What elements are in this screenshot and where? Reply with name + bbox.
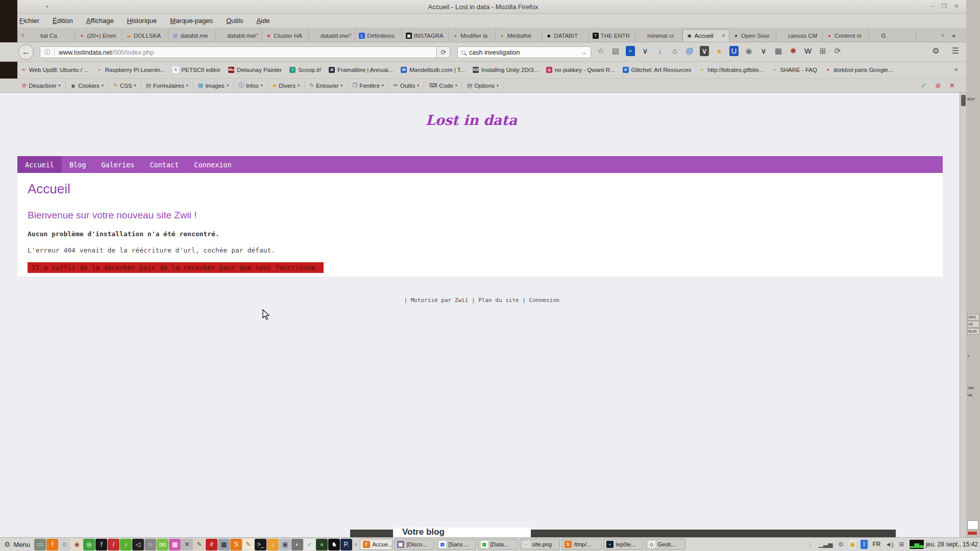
menu-item[interactable]: Aide	[256, 17, 270, 24]
tray-icon[interactable]: ◄)	[885, 540, 893, 549]
app-launcher-icon[interactable]: ◎	[83, 539, 95, 550]
app-launcher-icon[interactable]: ◐	[291, 539, 303, 550]
reload-button[interactable]: ⟳	[437, 46, 450, 58]
bookmark-item[interactable]: C PETSCII editor	[173, 67, 220, 73]
menu-item[interactable]: Affichage	[86, 17, 114, 24]
browser-tab[interactable]: ▣ INSTAGRA ×	[402, 29, 449, 42]
browser-tab[interactable]: ■ Cluster HA ×	[262, 29, 308, 42]
app-launcher-icon[interactable]: ▦	[218, 539, 230, 550]
tab-scroll-left-icon[interactable]: ‹	[18, 31, 28, 39]
bookmark-item[interactable]: ● http://bitrates.gifbite...	[699, 67, 764, 73]
url-bar[interactable]: ⓘ www.lostindata.net/000/index.php	[40, 46, 437, 58]
gear-icon[interactable]: ⚙	[932, 46, 939, 56]
taskbar-menu-button[interactable]: ⚙ Menu	[0, 540, 34, 548]
menu-item[interactable]: Marque-pages	[170, 17, 213, 24]
app-launcher-icon[interactable]: ●	[316, 539, 328, 550]
browser-tab[interactable]: ◆ DATABIT ×	[542, 29, 589, 42]
bookmarks-overflow-icon[interactable]: »	[954, 65, 958, 73]
devbar-menu-item[interactable]: ☻ Cookies ▾	[66, 81, 109, 90]
browser-tab[interactable]: G ×	[869, 29, 916, 42]
browser-tab[interactable]: tial Ca ×	[29, 29, 75, 42]
devbar-close-icon[interactable]: ✕	[949, 82, 955, 89]
site-nav-item[interactable]: Contact	[142, 156, 186, 173]
taskbar-window-button[interactable]: ▫ site.png	[520, 539, 560, 550]
browser-tab[interactable]: databit.me/TL ×	[215, 29, 262, 42]
site-nav-item[interactable]: Connexion	[186, 156, 239, 173]
titlebar[interactable]: ▾ Accueil - Lost in data - Mozilla Firef…	[0, 0, 966, 14]
app-launcher-icon[interactable]: f	[95, 539, 107, 550]
bookmark-item[interactable]: ∞ Web Upd8: Ubuntu / ...	[20, 67, 89, 73]
app-launcher-icon[interactable]: ▣	[279, 539, 291, 550]
menu-item[interactable]: Fichier	[19, 17, 39, 24]
minimize-button[interactable]: –	[930, 3, 934, 10]
menu-item[interactable]: Outils	[226, 17, 243, 24]
toolbar-icon[interactable]: W	[803, 46, 813, 56]
tray-icon[interactable]: ▣	[849, 540, 856, 549]
clock[interactable]: jeu. 28 sept., 15:42	[926, 541, 978, 548]
devbar-menu-item[interactable]: ⊘ Désactiver ▾	[17, 81, 66, 90]
app-launcher-icon[interactable]: ↓	[267, 539, 279, 550]
app-launcher-icon[interactable]: ▭	[34, 539, 46, 550]
devbar-menu-item[interactable]: ▤ Formulaires ▾	[141, 81, 193, 90]
hamburger-menu-icon[interactable]: ☰	[952, 46, 959, 56]
devbar-menu-item[interactable]: ⓘ Infos ▾	[234, 81, 268, 90]
toolbar-icon[interactable]: ⌂	[670, 46, 679, 56]
site-nav-item[interactable]: Accueil	[17, 156, 62, 173]
tab-scroll-right-icon[interactable]: ›	[942, 31, 944, 39]
devbar-menu-item[interactable]: ✎ CSS ▾	[109, 81, 141, 90]
app-launcher-icon[interactable]: ✎	[193, 539, 205, 550]
toolbar-icon[interactable]: ⊞	[818, 46, 827, 56]
app-launcher-icon[interactable]: P.	[340, 539, 352, 550]
toolbar-icon[interactable]: ▤	[611, 46, 620, 56]
site-nav-item[interactable]: Galeries	[93, 156, 142, 173]
bookmark-item[interactable]: M Mandelbulb.com | T...	[401, 67, 465, 73]
new-tab-button[interactable]: +	[951, 31, 956, 40]
site-info-icon[interactable]: ⓘ	[44, 48, 51, 57]
devbar-menu-item[interactable]: ▦ Images ▾	[193, 81, 234, 90]
app-launcher-icon[interactable]: >_	[255, 539, 266, 550]
bookmark-item[interactable]: ! Scoop.it!	[289, 67, 321, 73]
close-button[interactable]: ✕	[954, 3, 959, 10]
tray-icon[interactable]: ⚙	[837, 540, 844, 549]
bookmark-item[interactable]: q no pubkey - Qwant R...	[546, 67, 615, 73]
devbar-menu-item[interactable]: ✎ Entourer ▾	[305, 81, 348, 90]
footer-link[interactable]: Connexion	[519, 297, 559, 304]
toolbar-icon[interactable]: ▦	[774, 46, 783, 56]
browser-tab[interactable]: L Définitions ×	[355, 29, 402, 42]
devbar-block-icon[interactable]: ⊘	[935, 82, 941, 89]
devbar-menu-item[interactable]: ❐ Fenêtre ▾	[348, 81, 389, 90]
app-launcher-icon[interactable]: ☺	[59, 539, 70, 550]
devbar-menu-item[interactable]: ✂ Outils ▾	[389, 81, 425, 90]
browser-tab[interactable]: ● Modifier la ×	[449, 29, 495, 42]
toolbar-icon[interactable]: @	[685, 46, 694, 56]
bookmark-item[interactable]: ● SHARE - FAQ	[771, 67, 817, 73]
devbar-menu-item[interactable]: ⌨ Code ▾	[424, 81, 462, 90]
toolbar-icon[interactable]: ↓	[655, 46, 665, 56]
browser-tab[interactable]: ◉ Accueil ×	[682, 29, 729, 42]
app-launcher-icon[interactable]: ♪	[120, 539, 132, 550]
browser-tab[interactable]: canvas CM ×	[776, 29, 823, 42]
bookmark-item[interactable]: ● dorkbot paris Google...	[825, 67, 893, 73]
browser-tab[interactable]: ● Open Sour ×	[729, 29, 776, 42]
devbar-menu-item[interactable]: ▤ Options ▾	[462, 81, 504, 90]
tray-icon[interactable]: ⋮	[807, 540, 814, 549]
toolbar-icon[interactable]: ∨	[759, 46, 768, 56]
tray-icon[interactable]: ᛒ	[861, 540, 868, 549]
app-launcher-icon[interactable]: oo	[157, 539, 168, 550]
maximize-button[interactable]: ❒	[941, 3, 947, 10]
toolbar-icon[interactable]: ✱	[789, 46, 798, 56]
browser-tab[interactable]: T THE ENTR ×	[589, 29, 635, 42]
tab-close-icon[interactable]: ×	[722, 32, 725, 39]
app-launcher-icon[interactable]: S	[230, 539, 242, 550]
taskbar-window-button[interactable]: S /tmp/...	[561, 539, 602, 550]
app-launcher-icon[interactable]: f	[46, 539, 58, 550]
devbar-valid-icon[interactable]: ✓	[921, 82, 926, 89]
browser-tab[interactable]: ● Médiathè ×	[496, 29, 542, 42]
taskbar-window-button[interactable]: ▤ [Data...	[478, 539, 518, 550]
bookmark-item[interactable]: A Framalibre | Annuai...	[329, 67, 393, 73]
background-window-strip[interactable]: Votre blog	[350, 530, 896, 537]
bookmark-item[interactable]: G Glitchet: Art Resources	[623, 67, 692, 73]
app-launcher-icon[interactable]: ◁	[132, 539, 144, 550]
browser-tab[interactable]: ● Content m ×	[823, 29, 869, 42]
taskbar-window-button[interactable]: ▦ [Disco...	[394, 539, 434, 550]
